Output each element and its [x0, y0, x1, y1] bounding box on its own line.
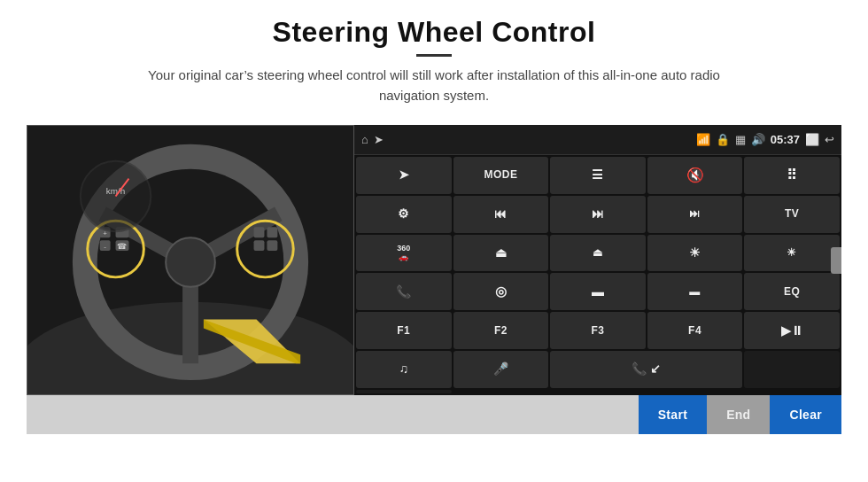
nav-button[interactable]: ➤	[356, 157, 452, 194]
page-title: Steering Wheel Control	[27, 16, 841, 49]
f1-button[interactable]: EQ	[744, 273, 840, 310]
svg-rect-19	[267, 240, 277, 251]
sim-icon: ▦	[735, 133, 746, 146]
page-wrapper: Steering Wheel Control Your original car…	[0, 0, 868, 482]
call-button[interactable]: 📞 ↙	[550, 351, 742, 388]
eject-button[interactable]: ⏏	[453, 235, 549, 272]
lock-icon: 🔒	[716, 133, 730, 146]
playpause-button[interactable]: ▶⏸	[744, 312, 840, 349]
map-button[interactable]: ◎	[453, 273, 549, 310]
status-bar: ⌂ ➤ 📶 🔒 ▦ 🔊 05:37 ⬜ ↩	[354, 125, 841, 155]
subtitle: Your original car’s steering wheel contr…	[124, 66, 744, 105]
scroll-tab[interactable]	[831, 247, 841, 274]
f3-button[interactable]: F2	[453, 312, 549, 349]
back-icon: ↩	[825, 133, 834, 146]
action-bar: Start End Clear	[27, 395, 841, 434]
svg-point-6	[166, 237, 215, 287]
empty2	[356, 390, 452, 393]
status-left: ⌂ ➤	[361, 133, 384, 146]
cam360-button[interactable]: 360🚗	[356, 235, 452, 272]
content-row: + - ☎ km/h	[27, 125, 841, 395]
svg-rect-17	[267, 227, 277, 237]
brightness-button[interactable]: ☀	[647, 235, 743, 272]
button-grid: ➤ MODE ☰ 🔇 ⠿ ⚙ ⏮ ⏭ ⏭ TV 360🚗 ⏏ ⏏ ☀ ☀ 📞 ◎	[354, 155, 841, 395]
music-button[interactable]: ♫	[356, 351, 452, 388]
clear-button[interactable]: Clear	[770, 395, 841, 434]
navigation-icon: ➤	[374, 133, 384, 146]
media-button[interactable]: TV	[744, 196, 840, 233]
status-right: 📶 🔒 ▦ 🔊 05:37 ⬜ ↩	[696, 133, 834, 146]
wifi-icon: 📶	[696, 133, 710, 146]
empty1	[744, 351, 840, 388]
settings-button[interactable]: ⚙	[356, 196, 452, 233]
phone-button[interactable]: 📞	[356, 273, 452, 310]
start-button[interactable]: Start	[639, 395, 707, 434]
dvd-button[interactable]: ☀	[744, 235, 840, 272]
mute-button[interactable]: 🔇	[647, 157, 743, 194]
apps-button[interactable]: ⠿	[744, 157, 840, 194]
f2-button[interactable]: F1	[356, 312, 452, 349]
control-panel: ⌂ ➤ 📶 🔒 ▦ 🔊 05:37 ⬜ ↩ ➤ MODE ☰	[354, 125, 841, 395]
mic-button[interactable]: 🎤	[453, 351, 549, 388]
f4-button[interactable]: F3	[550, 312, 646, 349]
bluetooth-icon: 🔊	[751, 133, 765, 146]
prev-button[interactable]: ⏮	[453, 196, 549, 233]
f5-button[interactable]: F4	[647, 312, 743, 349]
eq-button[interactable]: ▬	[647, 273, 743, 310]
title-divider	[416, 54, 452, 57]
mode-button[interactable]: MODE	[453, 157, 549, 194]
screen-size-button[interactable]: ▬	[550, 273, 646, 310]
title-section: Steering Wheel Control Your original car…	[27, 16, 841, 118]
end-button[interactable]: End	[707, 395, 770, 434]
svg-rect-18	[254, 240, 265, 251]
screen-icon: ⬜	[805, 133, 819, 146]
svg-text:☎: ☎	[117, 242, 127, 251]
home-icon: ⌂	[361, 133, 368, 146]
next-button[interactable]: ⏭	[550, 196, 646, 233]
tv-button[interactable]: ⏭	[647, 196, 743, 233]
status-time: 05:37	[771, 133, 800, 146]
svg-text:-: -	[104, 243, 106, 251]
list-button[interactable]: ☰	[550, 157, 646, 194]
radio-button[interactable]: ⏏	[550, 235, 646, 272]
steering-wheel-image: + - ☎ km/h	[27, 125, 354, 395]
svg-rect-16	[254, 227, 265, 237]
